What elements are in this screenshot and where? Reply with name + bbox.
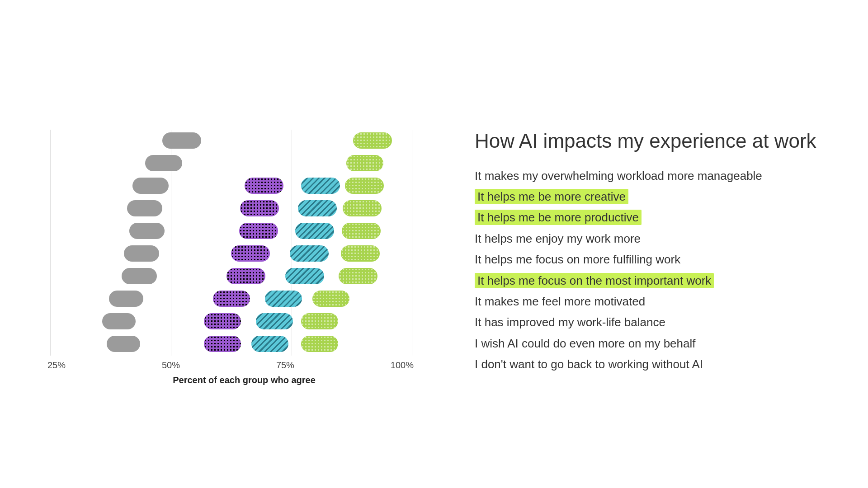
pill-green-3	[343, 200, 382, 216]
pill-purple-6	[226, 268, 265, 284]
legend-label-8: I wish AI could do even more on my behal…	[475, 337, 696, 350]
pill-purple-7	[213, 291, 250, 307]
pill-green-1	[346, 155, 383, 171]
legend-label-1: It helps me be more creative	[475, 189, 628, 204]
pill-green-5	[341, 245, 380, 262]
legend-label-2: It helps me be more productive	[475, 210, 642, 225]
legend-area: How AI impacts my experience at work It …	[439, 130, 818, 375]
pill-blue-9	[251, 336, 288, 352]
legend-label-4: It helps me focus on more fulfilling wor…	[475, 253, 680, 266]
chart-row-2	[50, 175, 439, 197]
chart-inner	[50, 130, 439, 356]
legend-label-5: It helps me focus on the most important …	[475, 273, 714, 288]
chart-row-8	[50, 310, 439, 332]
pill-green-7	[312, 291, 349, 307]
chart-row-9	[50, 333, 439, 355]
pill-green-8	[301, 313, 338, 329]
pill-purple-4	[239, 223, 278, 239]
x-axis-title: Percent of each group who agree	[50, 375, 439, 385]
pill-green-6	[339, 268, 377, 284]
pill-blue-6	[285, 268, 324, 284]
chart-area: 25% 50% 75% 100% Percent of each group w…	[50, 130, 439, 385]
pill-purple-8	[204, 313, 241, 329]
pill-gray-7	[109, 291, 143, 307]
pill-purple-9	[204, 336, 241, 352]
chart-row-4	[50, 220, 439, 242]
chart-row-7	[50, 288, 439, 310]
pill-blue-5	[290, 245, 329, 262]
legend-item-9: I don't want to go back to working witho…	[475, 354, 818, 375]
legend-item-1: It helps me be more creative	[475, 186, 818, 207]
chart-row-3	[50, 197, 439, 219]
pill-gray-8	[102, 313, 136, 329]
pill-blue-7	[265, 291, 302, 307]
pill-gray-2	[132, 178, 169, 194]
pill-green-0	[353, 132, 392, 149]
pill-gray-1	[145, 155, 182, 171]
legend-item-6: It makes me feel more motivated	[475, 291, 818, 312]
pill-gray-3	[127, 200, 162, 216]
legend-item-5: It helps me focus on the most important …	[475, 270, 818, 291]
x-label-50: 50%	[162, 360, 180, 371]
pill-blue-2	[301, 178, 340, 194]
chart-title: How AI impacts my experience at work	[475, 130, 818, 153]
pill-purple-5	[231, 245, 270, 262]
x-label-25: 25%	[47, 360, 66, 371]
chart-row-6	[50, 265, 439, 287]
pill-gray-4	[129, 223, 165, 239]
chart-row-0	[50, 130, 439, 151]
legend-item-2: It helps me be more productive	[475, 207, 818, 228]
legend-item-4: It helps me focus on more fulfilling wor…	[475, 249, 818, 270]
main-container: 25% 50% 75% 100% Percent of each group w…	[50, 103, 818, 385]
chart-row-1	[50, 152, 439, 174]
pill-gray-6	[122, 268, 157, 284]
chart-row-5	[50, 243, 439, 264]
pill-green-9	[301, 336, 338, 352]
pill-purple-3	[240, 200, 279, 216]
pill-blue-8	[256, 313, 293, 329]
legend-item-3: It helps me enjoy my work more	[475, 228, 818, 249]
x-label-75: 75%	[276, 360, 294, 371]
legend-label-6: It makes me feel more motivated	[475, 295, 645, 308]
pill-purple-2	[245, 178, 283, 194]
legend-label-9: I don't want to go back to working witho…	[475, 357, 703, 371]
legend-label-7: It has improved my work-life balance	[475, 315, 665, 329]
pill-gray-9	[107, 336, 140, 352]
legend-label-3: It helps me enjoy my work more	[475, 232, 641, 245]
pill-blue-4	[295, 223, 334, 239]
legend-item-0: It makes my overwhelming workload more m…	[475, 165, 818, 186]
pill-gray-5	[124, 245, 159, 262]
pill-green-2	[345, 178, 384, 194]
legend-item-7: It has improved my work-life balance	[475, 312, 818, 333]
pill-blue-3	[298, 200, 337, 216]
x-label-100: 100%	[391, 360, 414, 371]
pill-gray-0	[162, 132, 201, 149]
legend-label-0: It makes my overwhelming workload more m…	[475, 169, 762, 183]
pill-green-4	[342, 223, 381, 239]
x-axis: 25% 50% 75% 100%	[47, 360, 414, 371]
legend-item-8: I wish AI could do even more on my behal…	[475, 333, 818, 354]
